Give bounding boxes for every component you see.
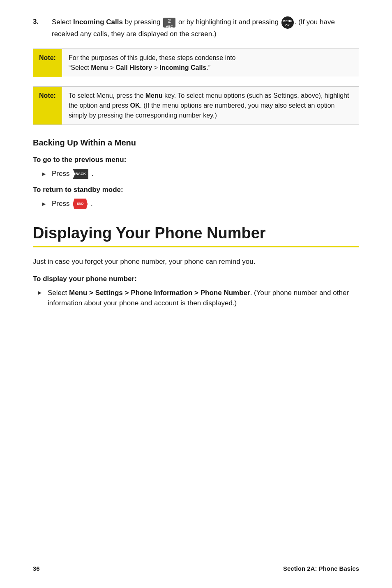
step-text: Select Incoming Calls by pressing 2ABC o… [52,16,359,39]
step-3: 3. Select Incoming Calls by pressing 2AB… [33,16,359,39]
return-standby-label: To return to standby mode: [33,184,359,195]
footer: 36 Section 2A: Phone Basics [33,564,359,574]
backing-up-heading: Backing Up Within a Menu [33,136,359,149]
note2-ok: OK [130,102,140,109]
prev-menu-label: To go to the previous menu: [33,154,359,165]
note-box-2: Note: To select Menu, press the Menu key… [33,86,359,125]
bullet-press-back: ► Press BACK . [41,168,359,179]
to-display-label: To display your phone number: [33,274,359,284]
note-content-2: To select Menu, press the Menu key. To s… [62,87,359,125]
note-label-1: Note: [33,49,62,77]
menuok-icon: MENUOK [281,16,294,29]
note-label-2: Note: [33,87,62,125]
press-end-word: Press [52,200,69,208]
chapter-title: Displaying Your Phone Number [33,224,359,243]
note-box-1: Note: For the purposes of this guide, th… [33,48,359,77]
display-phone-bullet: ► Select Menu > Settings > Phone Informa… [37,288,359,309]
menu-path-bold: Menu > Settings > Phone Information > Ph… [69,289,250,297]
step-number: 3. [33,16,44,39]
note1-callhistory: Call History [115,64,152,71]
display-phone-text: Select Menu > Settings > Phone Informati… [48,288,359,309]
press-end-text: Press END . [52,198,93,210]
press-back-text: Press BACK . [52,168,94,179]
chapter-divider [33,246,359,247]
bullet-arrow-1: ► [41,170,47,178]
key-2abc-icon: 2ABC [163,18,175,28]
end-key-icon: END [73,198,88,209]
note2-menu: Menu [145,92,163,99]
page-number: 36 [33,564,40,574]
chapter-intro: Just in case you forget your phone numbe… [33,256,359,267]
back-key-icon: BACK [73,169,88,179]
bullet-press-end: ► Press END . [41,198,359,210]
incoming-calls-bold: Incoming Calls [73,18,123,26]
note-content-1: For the purposes of this guide, these st… [62,49,242,77]
note1-menu: Menu [91,64,108,71]
section-label: Section 2A: Phone Basics [283,564,359,574]
press-back-word: Press [52,170,69,178]
bullet-arrow-2: ► [41,200,47,208]
note1-incoming: Incoming Calls [159,64,206,71]
bullet-arrow-3: ► [37,288,43,297]
